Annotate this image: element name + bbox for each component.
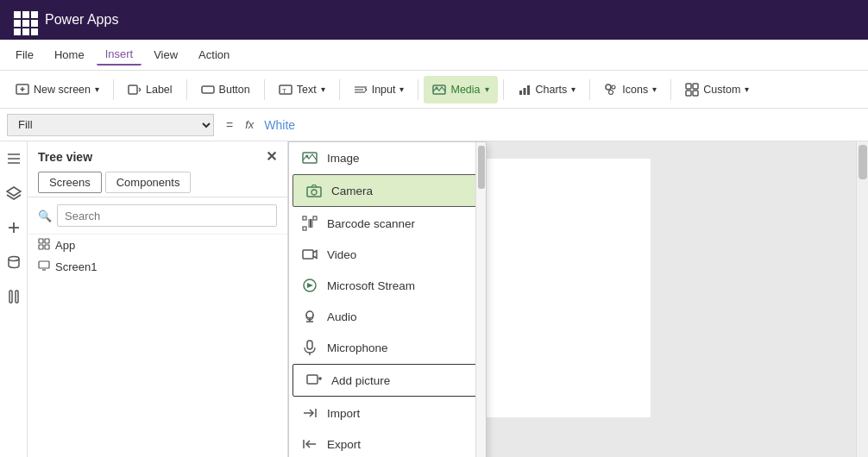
tree-item-app-label: App [55, 239, 75, 252]
icons-chevron: ▾ [652, 85, 657, 94]
svg-rect-38 [45, 245, 49, 249]
menu-action[interactable]: Action [190, 45, 238, 65]
dropdown-item-stream[interactable]: Microsoft Stream [289, 270, 486, 301]
svg-point-42 [306, 155, 309, 158]
input-icon [354, 83, 368, 97]
dropdown-item-camera[interactable]: Camera [292, 174, 482, 207]
text-icon: T [279, 83, 292, 97]
menu-insert[interactable]: Insert [97, 44, 142, 66]
sidebar-add-icon[interactable] [3, 217, 24, 238]
icons-button[interactable]: Icons ▾ [595, 76, 665, 103]
barcode-icon [301, 215, 318, 232]
formula-fx-label: fx [245, 118, 254, 131]
charts-button[interactable]: Charts ▾ [509, 76, 585, 103]
custom-icon [685, 83, 699, 97]
svg-rect-35 [39, 239, 43, 243]
new-screen-button[interactable]: New screen ▾ [7, 76, 108, 103]
icons-icon [604, 83, 618, 97]
dropdown-item-image-label: Image [327, 152, 360, 165]
button-tool-button[interactable]: Button [192, 76, 259, 103]
dropdown-item-export[interactable]: Export [289, 429, 486, 457]
menu-file[interactable]: File [7, 45, 42, 65]
tree-tab-components[interactable]: Components [105, 172, 192, 193]
tree-tabs: Screens Components [28, 172, 287, 197]
charts-icon [518, 83, 531, 97]
svg-rect-37 [39, 245, 43, 249]
svg-point-53 [306, 311, 313, 318]
tree-panel: Tree view ✕ Screens Components 🔍 App Scr… [28, 141, 288, 457]
svg-rect-25 [693, 91, 698, 96]
label-button[interactable]: Label [119, 76, 181, 103]
dropdown-scrollbar[interactable] [475, 142, 486, 457]
tree-title: Tree view [38, 150, 92, 164]
media-button[interactable]: Media ▾ [424, 76, 497, 103]
custom-button[interactable]: Custom ▾ [676, 76, 758, 103]
tree-tab-screens[interactable]: Screens [38, 172, 102, 193]
dropdown-item-import-label: Import [327, 407, 360, 420]
sidebar-database-icon[interactable] [3, 252, 24, 272]
left-sidebar [0, 141, 28, 457]
media-chevron: ▾ [485, 85, 489, 94]
sidebar-settings-icon[interactable] [3, 286, 24, 307]
sidebar-layers-icon[interactable] [3, 183, 24, 203]
formula-value: White [264, 118, 295, 132]
separator-8 [670, 79, 671, 100]
dropdown-item-image[interactable]: Image [289, 142, 486, 173]
dropdown-item-add-picture-label: Add picture [331, 374, 390, 387]
dropdown-item-add-picture[interactable]: Add picture [292, 364, 482, 397]
custom-chevron: ▾ [745, 85, 749, 94]
waffle-icon[interactable] [10, 8, 35, 32]
tree-search-area: 🔍 [28, 197, 287, 235]
separator-6 [503, 79, 504, 100]
svg-text:T: T [282, 87, 286, 95]
svg-line-12 [365, 88, 367, 90]
separator-7 [589, 79, 590, 100]
property-select[interactable]: Fill [7, 114, 214, 136]
svg-line-13 [365, 90, 367, 91]
menu-home[interactable]: Home [46, 45, 93, 65]
dropdown-item-import[interactable]: Import [289, 398, 486, 429]
toolbar: New screen ▾ Label Button T Text ▾ [0, 71, 868, 109]
input-button[interactable]: Input ▾ [345, 76, 413, 103]
text-button[interactable]: T Text ▾ [270, 76, 334, 103]
dropdown-item-microphone[interactable]: Microphone [289, 332, 486, 363]
text-chevron: ▾ [321, 85, 325, 94]
svg-rect-58 [307, 375, 318, 384]
tree-close-button[interactable]: ✕ [266, 148, 277, 165]
audio-icon [301, 308, 318, 325]
label-icon [128, 83, 142, 97]
dropdown-scrollbar-thumb[interactable] [478, 146, 485, 189]
app-title: Power Apps [45, 12, 118, 28]
canvas-scrollbar[interactable] [856, 141, 868, 457]
svg-point-44 [311, 190, 317, 195]
dropdown-item-video[interactable]: Video [289, 239, 486, 270]
svg-line-5 [139, 90, 141, 91]
svg-rect-22 [686, 84, 691, 89]
export-icon [301, 435, 318, 453]
camera-icon [305, 182, 323, 199]
stream-icon [301, 277, 318, 294]
menu-view[interactable]: View [145, 45, 186, 65]
search-input[interactable] [57, 204, 277, 227]
canvas-scrollbar-thumb[interactable] [859, 145, 867, 179]
svg-rect-18 [527, 85, 530, 95]
svg-rect-46 [313, 216, 317, 220]
svg-point-32 [9, 257, 19, 261]
add-picture-icon [305, 372, 323, 389]
app-icon [38, 238, 50, 253]
menu-bar: File Home Insert View Action [0, 40, 868, 71]
svg-rect-56 [307, 341, 312, 349]
media-icon [432, 83, 446, 97]
svg-point-15 [436, 86, 438, 89]
svg-rect-36 [45, 239, 49, 243]
dropdown-item-audio[interactable]: Audio [289, 301, 486, 332]
search-icon: 🔍 [38, 210, 52, 222]
svg-rect-39 [39, 261, 49, 268]
svg-rect-16 [519, 91, 522, 95]
svg-rect-24 [686, 91, 691, 96]
sidebar-menu-icon[interactable] [3, 148, 24, 169]
dropdown-item-barcode[interactable]: Barcode scanner [289, 208, 486, 239]
dropdown-item-barcode-label: Barcode scanner [327, 217, 415, 230]
svg-rect-45 [303, 216, 306, 220]
svg-point-21 [609, 90, 613, 94]
